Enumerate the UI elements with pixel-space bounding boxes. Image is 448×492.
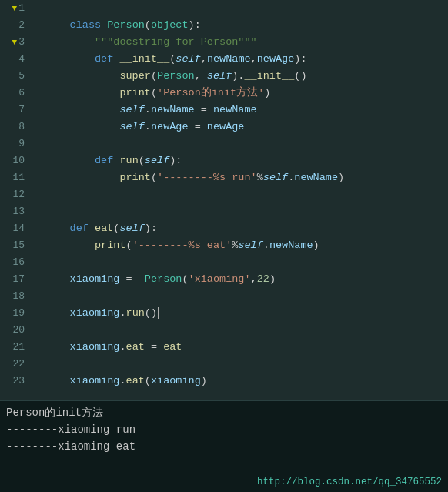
line-3: ▼3 bbox=[0, 34, 25, 51]
code-line-18: xiaoming.run() bbox=[32, 288, 448, 305]
line-9: 9 bbox=[0, 136, 25, 152]
line-20: 20 bbox=[0, 322, 25, 339]
code-line-12 bbox=[32, 186, 448, 203]
line-5: 5 bbox=[0, 68, 25, 85]
line-18: 18 bbox=[0, 288, 25, 305]
line-7: 7 bbox=[0, 102, 25, 119]
line-2: 2 bbox=[0, 17, 25, 34]
output-panel: Person的init方法 --------xiaoming run -----… bbox=[0, 400, 448, 492]
line-8: 8 bbox=[0, 119, 25, 136]
line-23: 23 bbox=[0, 373, 25, 390]
line-11: 11 bbox=[0, 169, 25, 186]
line-17: 17 bbox=[0, 271, 25, 288]
line-6: 6 bbox=[0, 85, 25, 102]
line-4: 4 bbox=[0, 51, 25, 68]
code-content[interactable]: class Person(object): """docstring for P… bbox=[29, 0, 448, 400]
code-line-13: def eat(self): bbox=[32, 203, 448, 220]
code-line-22: xiaoming.eat(xiaoming) bbox=[32, 356, 448, 373]
code-line-9: def run(self): bbox=[32, 136, 448, 152]
output-line-2: --------xiaoming run bbox=[6, 421, 442, 438]
line-10: 10 bbox=[0, 152, 25, 169]
line-15: 15 bbox=[0, 237, 25, 254]
line-22: 22 bbox=[0, 356, 25, 373]
line-numbers: ▼1 2 ▼3 4 5 6 7 8 9 10 11 12 13 14 15 16… bbox=[0, 0, 29, 400]
code-line-1: class Person(object): bbox=[32, 0, 448, 17]
output-line-1: Person的init方法 bbox=[6, 404, 442, 421]
line-19: 19 bbox=[0, 305, 25, 322]
line-16: 16 bbox=[0, 254, 25, 271]
output-line-3: --------xiaoming eat bbox=[6, 438, 442, 455]
code-line-16: xiaoming = Person('xiaoming',22) bbox=[32, 254, 448, 271]
line-13: 13 bbox=[0, 203, 25, 220]
code-line-20: xiaoming.eat = eat bbox=[32, 322, 448, 339]
line-21: 21 bbox=[0, 339, 25, 356]
csdn-link: http://blog.csdn.net/qq_34765552 bbox=[257, 477, 442, 487]
line-14: 14 bbox=[0, 220, 25, 237]
line-1: ▼1 bbox=[0, 0, 25, 17]
line-12: 12 bbox=[0, 186, 25, 203]
code-editor: ▼1 2 ▼3 4 5 6 7 8 9 10 11 12 13 14 15 16… bbox=[0, 0, 448, 400]
